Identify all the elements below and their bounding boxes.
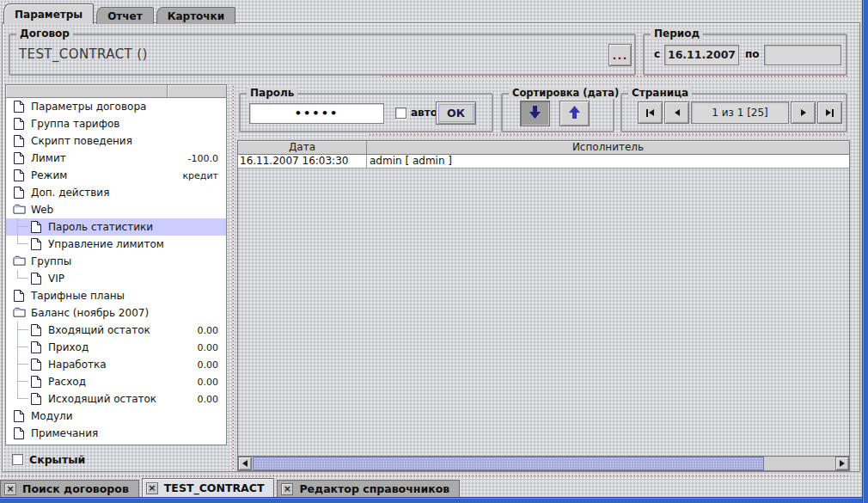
texture-dotted-line bbox=[370, 134, 847, 135]
period-to-field[interactable] bbox=[764, 45, 841, 65]
tree-item[interactable]: Примечания bbox=[6, 425, 226, 442]
first-page-button[interactable] bbox=[638, 101, 663, 124]
document-tab-label: Поиск договоров bbox=[22, 482, 129, 495]
contract-name: TEST_CONTRACT () bbox=[19, 46, 148, 62]
contract-browse-button[interactable]: ... bbox=[608, 44, 632, 66]
tree-item[interactable]: Исходящий остаток0.00 bbox=[6, 390, 226, 408]
password-group: Пароль ••••• авто ОК bbox=[239, 93, 493, 132]
period-group-title: Период bbox=[651, 28, 703, 40]
tree-item[interactable]: Баланс (ноябрь 2007) bbox=[6, 304, 226, 322]
document-icon bbox=[30, 220, 43, 234]
document-tab-Редактор справочников[interactable]: ×Редактор справочников bbox=[277, 480, 460, 498]
scrollbar-thumb[interactable] bbox=[253, 457, 764, 470]
tree-item[interactable]: Группа тарифов bbox=[6, 115, 226, 132]
hidden-checkbox-label: Скрытый bbox=[29, 453, 85, 466]
document-icon bbox=[30, 272, 43, 285]
table-header-date[interactable]: Дата bbox=[238, 141, 367, 154]
tree-item[interactable]: Доп. действия bbox=[6, 184, 226, 201]
tree-item[interactable]: Параметры договора bbox=[6, 98, 226, 115]
tree-item-label: Режим bbox=[31, 169, 67, 181]
first-page-icon bbox=[646, 109, 648, 117]
auto-checkbox[interactable] bbox=[395, 107, 406, 119]
tree-rows: Параметры договораГруппа тарифовСкрипт п… bbox=[6, 98, 226, 442]
open-documents-tab-bar: ×Поиск договоров×TEST_CONTRACT×Редактор … bbox=[0, 478, 460, 499]
password-input[interactable]: ••••• bbox=[249, 103, 384, 124]
sort-descending-button[interactable] bbox=[520, 101, 550, 126]
arrow-down-icon bbox=[529, 106, 541, 121]
next-page-button[interactable] bbox=[791, 101, 816, 124]
last-page-button[interactable] bbox=[817, 101, 842, 124]
window-frame-right[interactable] bbox=[862, 0, 868, 503]
sort-ascending-button[interactable] bbox=[559, 101, 590, 126]
tree-item[interactable]: Скрипт поведения bbox=[6, 132, 226, 150]
scroll-left-button[interactable] bbox=[238, 457, 252, 470]
document-tab-Поиск договоров[interactable]: ×Поиск договоров bbox=[0, 480, 139, 498]
tree-item[interactable]: Входящий остаток0.00 bbox=[6, 322, 226, 339]
tree-item[interactable]: Расход0.00 bbox=[6, 373, 226, 390]
tree-item[interactable]: Приход0.00 bbox=[6, 339, 226, 356]
next-page-icon bbox=[801, 109, 806, 116]
document-tab-label: TEST_CONTRACT bbox=[164, 482, 265, 494]
tab-Параметры[interactable]: Параметры bbox=[3, 3, 94, 24]
tree-item-value: -100.0 bbox=[166, 153, 223, 164]
tree-item[interactable]: Модули bbox=[6, 408, 226, 425]
tree-header-value-column bbox=[168, 85, 226, 97]
close-icon[interactable]: × bbox=[4, 483, 16, 495]
hidden-checkbox[interactable] bbox=[12, 454, 23, 465]
folder-open-icon bbox=[13, 306, 26, 320]
tree-item[interactable]: Лимит-100.0 bbox=[6, 150, 226, 167]
tree-item-label: Модули bbox=[31, 410, 73, 422]
contract-group: Договор TEST_CONTRACT () ... bbox=[9, 34, 636, 76]
document-icon bbox=[30, 340, 43, 354]
tree-item[interactable]: VIP bbox=[6, 270, 226, 287]
horizontal-scrollbar[interactable] bbox=[238, 456, 849, 470]
texture-dotted-line bbox=[382, 76, 849, 77]
document-icon bbox=[13, 151, 26, 165]
close-icon[interactable]: × bbox=[281, 483, 293, 495]
tree-item[interactable]: Тарифные планы bbox=[6, 287, 226, 304]
tree-item[interactable]: Управление лимитом bbox=[6, 236, 226, 253]
table-header-executor[interactable]: Исполнитель bbox=[367, 141, 849, 154]
top-tab-bar: ПараметрыОтчетКарточки bbox=[3, 3, 235, 24]
password-group-title: Пароль bbox=[247, 87, 297, 99]
tree-item-label: Скрипт поведения bbox=[31, 135, 132, 147]
period-from-field[interactable]: 16.11.2007 bbox=[664, 45, 739, 65]
document-icon bbox=[30, 237, 43, 251]
tree-item-label: Пароль статистики bbox=[48, 221, 153, 233]
prev-page-button[interactable] bbox=[664, 101, 689, 124]
tree-item-label: Группа тарифов bbox=[31, 118, 119, 130]
tab-Отчет[interactable]: Отчет bbox=[96, 7, 154, 24]
table-row[interactable]: 16.11.2007 16:03:30admin [ admin ] bbox=[238, 155, 849, 169]
table-cell-executor: admin [ admin ] bbox=[367, 155, 849, 168]
document-icon bbox=[30, 375, 43, 389]
texture-dotted-line bbox=[2, 475, 851, 476]
tree-item[interactable]: Web bbox=[6, 201, 226, 218]
tree-item[interactable]: Режимкредит bbox=[6, 167, 226, 184]
folder-open-icon bbox=[13, 255, 26, 268]
sort-group: Сортировка (дата) bbox=[501, 93, 614, 132]
last-page-icon-arrow bbox=[826, 109, 831, 116]
tree-item-value: 0.00 bbox=[166, 377, 223, 388]
document-icon bbox=[13, 289, 26, 303]
application-window: ПараметрыОтчетКарточки Договор TEST_CONT… bbox=[0, 0, 868, 503]
tree-item[interactable]: Наработка0.00 bbox=[6, 356, 226, 373]
document-icon bbox=[13, 186, 26, 199]
document-icon bbox=[13, 117, 26, 131]
close-icon[interactable]: × bbox=[146, 482, 158, 494]
sort-group-title: Сортировка (дата) bbox=[509, 87, 622, 99]
tree-item-label: Лимит bbox=[31, 152, 66, 164]
tree-connector bbox=[17, 339, 28, 347]
tab-Карточки[interactable]: Карточки bbox=[156, 7, 236, 24]
ok-button[interactable]: ОК bbox=[436, 101, 476, 125]
tree-item[interactable]: Группы bbox=[6, 253, 226, 270]
page-group: Страница 1 из 1 [25] bbox=[620, 93, 847, 132]
contract-sections-tree: Параметры договораГруппа тарифовСкрипт п… bbox=[5, 84, 227, 445]
table-header: Дата Исполнитель bbox=[238, 141, 849, 155]
document-icon bbox=[13, 100, 26, 113]
tree-item[interactable]: Пароль статистики bbox=[6, 218, 226, 236]
document-tab-label: Редактор справочников bbox=[299, 482, 449, 495]
scroll-right-button[interactable] bbox=[835, 457, 849, 470]
tree-connector bbox=[17, 270, 28, 279]
document-tab-TEST_CONTRACT[interactable]: ×TEST_CONTRACT bbox=[142, 478, 275, 498]
hidden-checkbox-row: Скрытый bbox=[12, 453, 85, 466]
